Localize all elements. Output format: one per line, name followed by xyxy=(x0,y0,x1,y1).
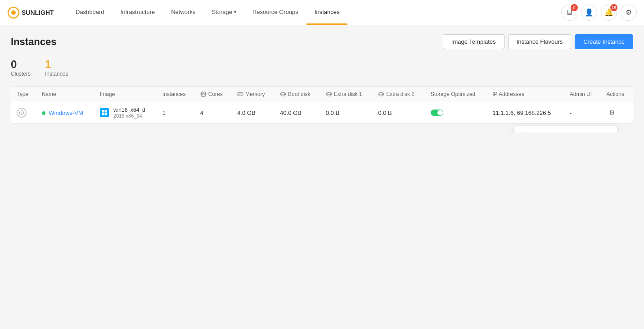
logo: SUNLIGHT xyxy=(7,6,57,19)
cell-memory: 4.0 GB xyxy=(232,102,275,123)
notifications-button[interactable]: 🔔 18 xyxy=(601,5,617,21)
svg-point-26 xyxy=(382,94,383,95)
col-cores: Cores xyxy=(195,87,232,102)
cell-boot-disk: 40.0 GB xyxy=(275,102,320,123)
cpu-icon xyxy=(200,91,207,97)
cell-name: Windows-VM xyxy=(36,102,95,123)
actions-dropdown-menu: Attach new interface Migrate xyxy=(514,126,617,133)
storage-caret-icon: ▾ xyxy=(234,9,236,14)
storage-toggle[interactable] xyxy=(431,110,443,116)
stat-clusters: 0 Clusters xyxy=(11,58,31,77)
actions-wrap: ⚙ Attach new interface xyxy=(606,108,617,118)
windows-image-icon xyxy=(100,108,109,117)
cell-actions: ⚙ Attach new interface xyxy=(601,102,633,123)
table-header-row: Type Name Image Instances Cores xyxy=(11,87,633,102)
nav-right: 🖥 0 👤 🔔 18 ⚙ xyxy=(561,5,637,21)
disk-extra2-icon xyxy=(378,91,384,97)
attach-interface-icon xyxy=(522,131,530,133)
image-templates-button[interactable]: Image Templates xyxy=(443,34,504,49)
nav-instances[interactable]: Instances xyxy=(306,0,348,25)
col-ip-addresses: IP Addresses xyxy=(487,87,564,102)
cell-extra-disk-1: 0.0 B xyxy=(320,102,373,123)
col-image: Image xyxy=(95,87,157,102)
col-extra-disk-2: Extra disk 2 xyxy=(373,87,425,102)
svg-point-20 xyxy=(284,94,285,95)
page: Instances Image Templates Instance Flavo… xyxy=(0,25,644,133)
cell-type xyxy=(11,102,36,123)
svg-rect-27 xyxy=(102,110,104,112)
col-name: Name xyxy=(36,87,95,102)
col-extra-disk-1: Extra disk 1 xyxy=(320,87,373,102)
monitor-button[interactable]: 🖥 0 xyxy=(561,5,577,21)
page-actions: Image Templates Instance Flavours Create… xyxy=(443,34,633,49)
memory-icon xyxy=(237,91,243,97)
navbar: SUNLIGHT Dashboard Infrastructure Networ… xyxy=(0,0,644,25)
disk-boot-icon xyxy=(280,91,286,97)
cell-cores: 4 xyxy=(195,102,232,123)
create-instance-button[interactable]: Create Instance xyxy=(575,34,633,49)
settings-button[interactable]: ⚙ xyxy=(621,5,637,21)
cell-ip-addresses: 11.1.1.6, 69.168.226.5 xyxy=(487,102,564,123)
nav-networks[interactable]: Networks xyxy=(163,0,203,25)
bell-badge: 18 xyxy=(610,4,617,11)
menu-item-attach-interface[interactable]: Attach new interface xyxy=(514,126,617,133)
clusters-value: 0 xyxy=(11,58,31,71)
status-dot xyxy=(42,111,45,115)
cell-extra-disk-2: 0.0 B xyxy=(373,102,425,123)
instances-table: Type Name Image Instances Cores xyxy=(11,87,633,123)
nav-infrastructure[interactable]: Infrastructure xyxy=(113,0,163,25)
image-name: win16_x64_d xyxy=(113,107,145,113)
cell-image: win16_x64_d 2016 x86_64 xyxy=(95,102,157,123)
monitor-badge: 0 xyxy=(571,4,578,11)
col-type: Type xyxy=(11,87,36,102)
svg-rect-30 xyxy=(105,113,107,115)
stat-instances: 1 Instances xyxy=(45,58,68,77)
col-memory: Memory xyxy=(232,87,275,102)
actions-gear-button[interactable]: ⚙ xyxy=(606,108,617,118)
instances-label: Instances xyxy=(45,71,68,77)
svg-point-1 xyxy=(11,10,16,15)
col-boot-disk: Boot disk xyxy=(275,87,320,102)
page-title: Instances xyxy=(11,36,57,48)
cell-storage-optimized xyxy=(425,102,487,123)
col-storage-optimized: Storage Optimized xyxy=(425,87,487,102)
nav-dashboard[interactable]: Dashboard xyxy=(68,0,113,25)
svg-rect-29 xyxy=(102,113,104,115)
instance-flavours-button[interactable]: Instance Flavours xyxy=(508,34,572,49)
user-icon: 👤 xyxy=(585,8,594,17)
instances-table-wrap: Type Name Image Instances Cores xyxy=(11,86,633,123)
nav-storage[interactable]: Storage ▾ xyxy=(203,0,244,25)
type-vm-icon xyxy=(17,108,27,118)
cell-admin-ui: - xyxy=(564,102,601,123)
instances-value: 1 xyxy=(45,58,68,71)
svg-rect-28 xyxy=(105,110,107,112)
svg-rect-3 xyxy=(201,92,205,96)
col-instances: Instances xyxy=(157,87,195,102)
nav-items: Dashboard Infrastructure Networks Storag… xyxy=(68,0,561,25)
instance-name-link[interactable]: Windows-VM xyxy=(49,110,83,116)
clusters-label: Clusters xyxy=(11,71,31,77)
stats-bar: 0 Clusters 1 Instances xyxy=(11,58,633,77)
col-actions: Actions xyxy=(601,87,633,102)
image-sub: 2016 x86_64 xyxy=(113,113,145,119)
col-admin-ui: Admin UI xyxy=(564,87,601,102)
page-header: Instances Image Templates Instance Flavo… xyxy=(11,34,633,49)
cell-instances: 1 xyxy=(157,102,195,123)
svg-text:SUNLIGHT: SUNLIGHT xyxy=(22,9,54,16)
svg-rect-4 xyxy=(203,93,204,95)
gear-icon: ⚙ xyxy=(626,8,632,17)
svg-point-23 xyxy=(330,94,331,95)
table-row: Windows-VM win16_x64_d 2016 x86_64 xyxy=(11,102,633,123)
disk-extra1-icon xyxy=(326,91,332,97)
nav-resource-groups[interactable]: Resource Groups xyxy=(244,0,306,25)
user-button[interactable]: 👤 xyxy=(581,5,597,21)
